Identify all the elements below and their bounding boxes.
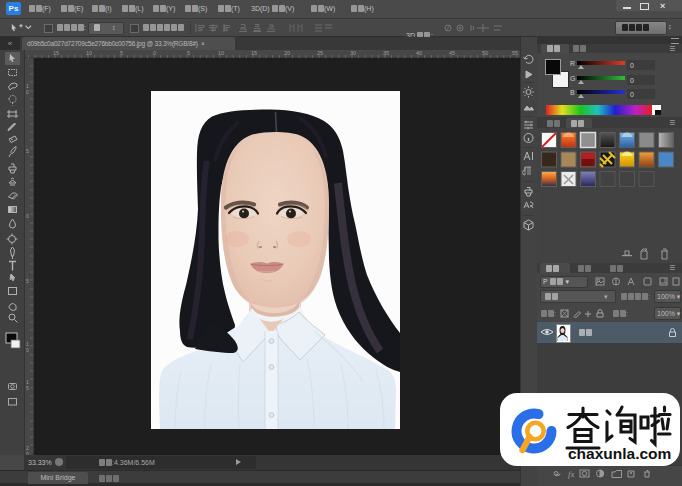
svg-text:10: 10 — [218, 50, 224, 56]
svg-text:0: 0 — [26, 347, 29, 353]
svg-text:5: 5 — [187, 50, 190, 56]
svg-text:fx: fx — [568, 469, 575, 479]
svg-text:chaxunla.com: chaxunla.com — [568, 445, 671, 462]
svg-text:5: 5 — [26, 385, 29, 391]
svg-text:15: 15 — [251, 50, 257, 56]
svg-text:5: 5 — [120, 50, 123, 56]
svg-text:10: 10 — [86, 50, 92, 56]
svg-text:0: 0 — [153, 50, 156, 56]
svg-text:35: 35 — [383, 50, 389, 56]
svg-text:0: 0 — [26, 213, 29, 219]
svg-text:5: 5 — [26, 148, 29, 154]
svg-text:20: 20 — [284, 50, 290, 56]
svg-text:55: 55 — [512, 50, 518, 56]
svg-text:45: 45 — [449, 50, 455, 56]
svg-text:30: 30 — [350, 50, 356, 56]
svg-text:15: 15 — [53, 50, 59, 56]
svg-text:25: 25 — [317, 50, 323, 56]
svg-text:5: 5 — [26, 278, 29, 284]
svg-text:50: 50 — [482, 50, 488, 56]
svg-text:0: 0 — [26, 89, 29, 95]
svg-text:40: 40 — [416, 50, 422, 56]
